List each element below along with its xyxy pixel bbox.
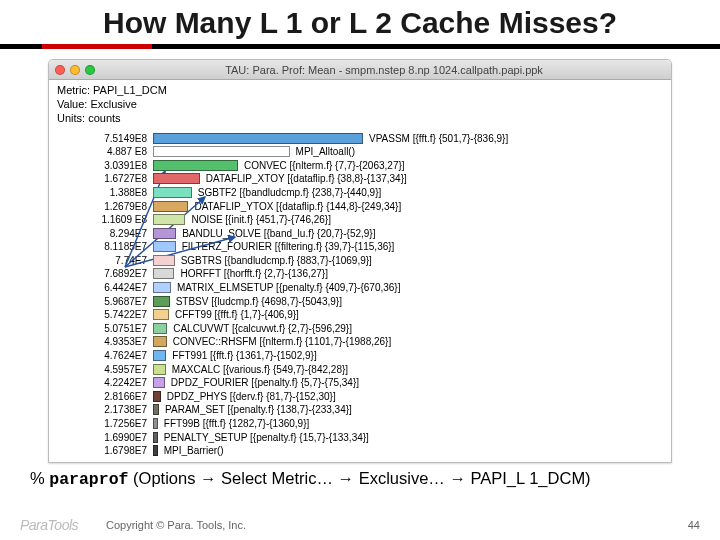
bar-row: 4.7624E7FFT991 [{fft.f} {1361,7}-{1502,9… [67, 349, 665, 363]
metric-label: Metric: [57, 84, 90, 96]
value-label: Value: [57, 98, 87, 110]
bar[interactable] [153, 445, 158, 456]
close-icon[interactable] [55, 65, 65, 75]
bar-value-label: 6.4424E7 [67, 282, 153, 293]
bar[interactable] [153, 364, 166, 375]
cmd-part-1: (Options [128, 469, 200, 487]
bar-row: 1.388E8SGBTF2 [{bandludcmp.f} {238,7}-{4… [67, 186, 665, 200]
page-number: 44 [688, 519, 700, 531]
bar-track [153, 255, 175, 266]
bar-name-label: DPDZ_PHYS [{derv.f} {81,7}-{152,30}] [161, 391, 336, 402]
bar-track [153, 296, 170, 307]
bar[interactable] [153, 432, 158, 443]
bar[interactable] [153, 418, 158, 429]
bar-value-label: 8.294E7 [67, 228, 153, 239]
bar-name-label: BANDLU_SOLVE [{band_lu.f} {20,7}-{52,9}] [176, 228, 375, 239]
slide-title: How Many L 1 or L 2 Cache Misses? [0, 0, 720, 40]
bar-track [153, 309, 169, 320]
title-underline [0, 44, 720, 49]
bar-value-label: 7.74E7 [67, 255, 153, 266]
bar[interactable] [153, 336, 167, 347]
window-title: TAU: Para. Prof: Mean - smpm.nstep 8.np … [103, 64, 665, 76]
command-line: % paraprof (Options → Select Metric… → E… [30, 469, 690, 489]
bar[interactable] [153, 214, 185, 225]
arrow-icon: → [200, 469, 217, 487]
bar-name-label: FFT99B [{fft.f} {1282,7}-{1360,9}] [158, 418, 309, 429]
bar-row: 5.0751E7CALCUVWT [{calcuvwt.f} {2,7}-{59… [67, 322, 665, 336]
bar-value-label: 4.887 E8 [67, 146, 153, 157]
bar[interactable] [153, 350, 166, 361]
cmd-part-3: Exclusive… [354, 469, 449, 487]
bar-track [153, 323, 167, 334]
bar[interactable] [153, 146, 290, 157]
bar-track [153, 350, 166, 361]
bar-name-label: MPI_Alltoall() [290, 146, 355, 157]
zoom-icon[interactable] [85, 65, 95, 75]
bar[interactable] [153, 160, 238, 171]
window-titlebar: TAU: Para. Prof: Mean - smpm.nstep 8.np … [49, 60, 671, 80]
bar-name-label: HORFFT [{horfft.f} {2,7}-{136,27}] [174, 268, 328, 279]
bar[interactable] [153, 173, 200, 184]
metric-value: PAPI_L1_DCM [93, 84, 167, 96]
bar-row: 1.1609 E8NOISE [{init.f} {451,7}-{746,26… [67, 213, 665, 227]
cmd-part-4: PAPI_L 1_DCM) [466, 469, 591, 487]
bar[interactable] [153, 187, 192, 198]
bar-value-label: 5.0751E7 [67, 323, 153, 334]
bar[interactable] [153, 255, 175, 266]
bar-row: 1.2679E8DATAFLIP_YTOX [{dataflip.f} {144… [67, 199, 665, 213]
bar-value-label: 1.388E8 [67, 187, 153, 198]
bar-track [153, 201, 188, 212]
bar-name-label: MATRIX_ELMSETUP [{penalty.f} {409,7}-{67… [171, 282, 400, 293]
minimize-icon[interactable] [70, 65, 80, 75]
window-body: Metric: PAPI_L1_DCM Value: Exclusive Uni… [49, 80, 671, 462]
bar-value-label: 1.6798E7 [67, 445, 153, 456]
bar-value-label: 2.8166E7 [67, 391, 153, 402]
bar[interactable] [153, 377, 165, 388]
bar[interactable] [153, 241, 176, 252]
window-controls[interactable] [55, 65, 95, 75]
value-value: Exclusive [90, 98, 136, 110]
bar[interactable] [153, 201, 188, 212]
bar-value-label: 5.9687E7 [67, 296, 153, 307]
bar-value-label: 1.7256E7 [67, 418, 153, 429]
prompt-prefix: % [30, 469, 49, 487]
bar[interactable] [153, 309, 169, 320]
bar-track [153, 214, 185, 225]
bar-name-label: SGBTRS [{bandludcmp.f} {883,7}-{1069,9}] [175, 255, 372, 266]
units-label: Units: [57, 112, 85, 124]
bar-track [153, 228, 176, 239]
bar[interactable] [153, 296, 170, 307]
arrow-icon: → [449, 469, 466, 487]
bar[interactable] [153, 323, 167, 334]
bar[interactable] [153, 282, 171, 293]
cmd-part-2: Select Metric… [217, 469, 338, 487]
bar-row: 4.9353E7CONVEC::RHSFM [{nlterm.f} {1101,… [67, 335, 665, 349]
bar[interactable] [153, 133, 363, 144]
bar-track [153, 364, 166, 375]
bar-value-label: 5.7422E7 [67, 309, 153, 320]
bar-row: 7.5149E8VPASSM [{fft.f} {501,7}-{836,9}] [67, 131, 665, 145]
bar-name-label: PENALTY_SETUP [{penalty.f} {15,7}-{133,3… [158, 432, 369, 443]
bar-track [153, 391, 161, 402]
bar-name-label: STBSV [{ludcmp.f} {4698,7}-{5043,9}] [170, 296, 342, 307]
slide-root: How Many L 1 or L 2 Cache Misses? TAU: P… [0, 0, 720, 540]
bar[interactable] [153, 268, 174, 279]
bar[interactable] [153, 228, 176, 239]
bar[interactable] [153, 404, 159, 415]
bar-value-label: 7.6892E7 [67, 268, 153, 279]
bar-name-label: PARAM_SET [{penalty.f} {138,7}-{233,34}] [159, 404, 352, 415]
bar-value-label: 4.5957E7 [67, 364, 153, 375]
bar-value-label: 1.6727E8 [67, 173, 153, 184]
bar-value-label: 3.0391E8 [67, 160, 153, 171]
bar-track [153, 445, 158, 456]
bar-track [153, 133, 363, 144]
paratools-logo: ParaTools [20, 517, 78, 533]
bar-value-label: 1.1609 E8 [67, 214, 153, 225]
bar-name-label: SGBTF2 [{bandludcmp.f} {238,7}-{440,9}] [192, 187, 381, 198]
bar-row: 8.294E7BANDLU_SOLVE [{band_lu.f} {20,7}-… [67, 226, 665, 240]
bar-name-label: DPDZ_FOURIER [{penalty.f} {5,7}-{75,34}] [165, 377, 359, 388]
bar-name-label: MPI_Barrier() [158, 445, 224, 456]
bar-row: 7.74E7SGBTRS [{bandludcmp.f} {883,7}-{10… [67, 254, 665, 268]
bar[interactable] [153, 391, 161, 402]
bar-track [153, 336, 167, 347]
